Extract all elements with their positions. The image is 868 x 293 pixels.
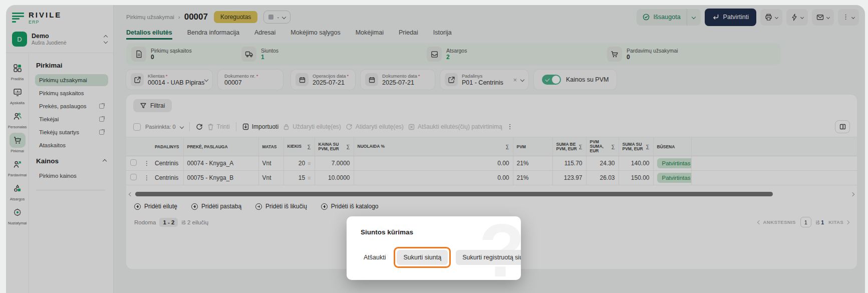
cancel-button[interactable]: Atšaukti [361, 251, 389, 264]
screenshot-root: RIVILE ERP D Demo Aušra Juodienė [0, 0, 868, 293]
modal-actions: Atšaukti Sukurti siuntą Sukurti registru… [361, 247, 508, 268]
modal-title: Siuntos kūrimas [361, 228, 508, 236]
create-shipment-button[interactable]: Sukurti siuntą [397, 250, 448, 265]
highlight-annotation: Sukurti siuntą [394, 247, 451, 268]
create-registered-shipment-button[interactable]: Sukurti registruotą siuntą [456, 250, 521, 265]
siuntos-kurimas-modal: ? Siuntos kūrimas Atšaukti Sukurti siunt… [347, 216, 521, 280]
